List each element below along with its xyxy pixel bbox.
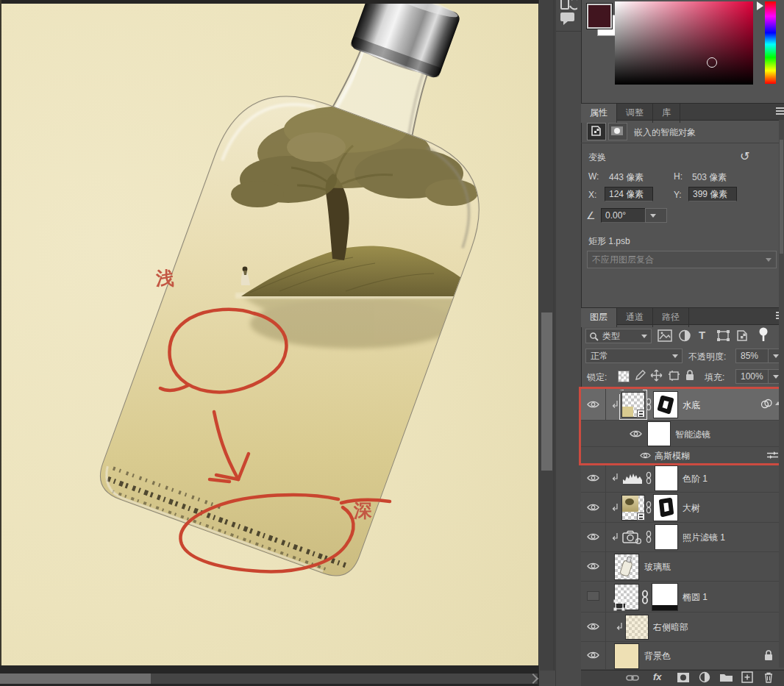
- tab-properties[interactable]: 属性: [581, 104, 617, 123]
- smart-filters-row[interactable]: 智能滤镜: [581, 420, 784, 447]
- layer-row-right-shadow[interactable]: 右侧暗部: [581, 612, 784, 642]
- new-adjustment-layer-icon[interactable]: [699, 671, 710, 683]
- layer-row-background-color[interactable]: 背景色: [581, 641, 784, 670]
- filter-type-layers-icon[interactable]: T: [699, 329, 705, 341]
- eye-icon: [587, 503, 599, 512]
- gaussian-blur-row[interactable]: 高斯模糊: [581, 446, 784, 465]
- document-canvas[interactable]: 浅 深: [0, 0, 538, 686]
- eye-icon[interactable]: [630, 429, 642, 438]
- chevron-down-icon: [766, 258, 771, 262]
- color-field-cursor[interactable]: [707, 57, 717, 68]
- chevron-down-icon: [672, 354, 678, 358]
- layer-thumbnail[interactable]: [625, 615, 649, 640]
- filter-blending-options-icon[interactable]: [766, 450, 779, 460]
- filter-mask-thumbnail[interactable]: [647, 421, 671, 446]
- smart-object-properties-button[interactable]: [587, 123, 606, 140]
- panel-scrollbar-thumb[interactable]: [780, 140, 783, 254]
- layer-row-bottle[interactable]: 玻璃瓶: [581, 551, 784, 582]
- visibility-toggle[interactable]: [581, 522, 606, 551]
- layer-thumbnail[interactable]: [621, 495, 645, 521]
- new-layer-icon[interactable]: [741, 671, 753, 683]
- link-layers-icon[interactable]: [626, 674, 639, 682]
- tab-adjustments[interactable]: 调整: [617, 104, 653, 123]
- masks-properties-button[interactable]: [608, 123, 627, 140]
- transform-title: 变换: [588, 151, 606, 164]
- visibility-toggle[interactable]: [581, 612, 606, 641]
- blend-mode-dropdown[interactable]: 正常: [585, 349, 683, 363]
- photo-filter-icon[interactable]: [622, 530, 641, 545]
- visibility-toggle[interactable]: [581, 389, 606, 420]
- layer-thumbnail[interactable]: [614, 554, 639, 580]
- layer-thumbnail[interactable]: [621, 392, 645, 418]
- foreground-color-swatch[interactable]: [587, 4, 612, 29]
- vertical-scrollbar-thumb[interactable]: [541, 312, 552, 471]
- comment-panel-icon[interactable]: [559, 11, 577, 26]
- adjustment-mask-thumbnail[interactable]: [655, 465, 678, 491]
- annotation-dark-label: 深: [354, 499, 372, 523]
- filter-smart-objects-icon[interactable]: [735, 329, 749, 342]
- tab-channels[interactable]: 通道: [617, 308, 653, 327]
- history-panel-icon[interactable]: [558, 0, 577, 10]
- layer-row-tree[interactable]: 大树: [581, 492, 784, 523]
- lock-all-icon[interactable]: [685, 369, 695, 382]
- layer-thumbnail[interactable]: [614, 584, 639, 610]
- layer-filter-type-dropdown[interactable]: 类型: [585, 329, 652, 343]
- layer-name: 照片滤镜 1: [683, 532, 725, 544]
- y-input[interactable]: 399 像素: [688, 187, 737, 201]
- bottle-artwork: [0, 0, 538, 665]
- hue-slider-marker[interactable]: [757, 1, 763, 10]
- layer-row-levels[interactable]: 色阶 1: [581, 464, 784, 493]
- visibility-toggle[interactable]: [581, 551, 606, 581]
- adjustment-mask-thumbnail[interactable]: [655, 524, 678, 550]
- horizontal-scrollbar-thumb[interactable]: [0, 674, 151, 684]
- canvas-left-edge: [0, 0, 1, 665]
- hue-slider[interactable]: [765, 1, 776, 84]
- layer-mask-thumbnail[interactable]: [653, 494, 678, 521]
- layer-row-photo-filter[interactable]: 照片滤镜 1: [581, 522, 784, 552]
- lock-transparency-icon[interactable]: [618, 371, 630, 382]
- x-input[interactable]: 124 像素: [605, 187, 653, 201]
- tab-paths[interactable]: 路径: [653, 308, 689, 327]
- lock-pixels-icon[interactable]: [634, 369, 646, 382]
- lock-position-icon[interactable]: [650, 369, 663, 382]
- visibility-toggle[interactable]: [581, 581, 606, 612]
- filter-pixel-layers-icon[interactable]: [658, 329, 672, 342]
- link-icon: [641, 590, 649, 604]
- eye-icon: [587, 474, 599, 482]
- layer-mask-thumbnail[interactable]: [653, 391, 678, 418]
- layer-mask-thumbnail[interactable]: [652, 583, 678, 611]
- filter-toggle-icon[interactable]: [758, 326, 769, 343]
- layer-style-fx-icon[interactable]: fx: [653, 671, 662, 682]
- filter-shape-layers-icon[interactable]: [716, 329, 730, 342]
- visibility-toggle[interactable]: [581, 492, 606, 522]
- visibility-toggle[interactable]: [581, 641, 606, 669]
- eye-icon: [587, 532, 599, 541]
- eye-icon: [587, 651, 599, 660]
- panel-menu-icon[interactable]: [776, 107, 784, 115]
- new-group-icon[interactable]: [719, 672, 733, 683]
- layer-name: 右侧暗部: [653, 621, 688, 634]
- layer-row-ellipse[interactable]: 椭圆 1: [581, 581, 784, 612]
- eye-icon: [587, 400, 599, 409]
- filter-adjustment-layers-icon[interactable]: [678, 329, 691, 342]
- canvas-top-edge: [0, 0, 538, 4]
- opacity-label: 不透明度:: [688, 351, 726, 363]
- color-field[interactable]: [615, 1, 753, 85]
- reset-transform-icon[interactable]: ↺: [740, 149, 749, 163]
- visibility-toggle[interactable]: [581, 464, 606, 492]
- properties-tabbar: 属性调整库: [581, 103, 784, 121]
- delete-layer-icon[interactable]: [763, 671, 774, 683]
- angle-input[interactable]: 0.00°: [601, 208, 651, 223]
- layer-row-shuidi[interactable]: 水底: [581, 389, 784, 421]
- layer-name: 椭圆 1: [683, 591, 708, 604]
- angle-dropdown[interactable]: [645, 208, 667, 223]
- eye-icon[interactable]: [640, 451, 651, 460]
- tab-layers[interactable]: 图层: [581, 308, 617, 327]
- levels-adjustment-icon[interactable]: [622, 472, 643, 485]
- lock-artboard-icon[interactable]: [668, 370, 680, 382]
- layer-comp-dropdown[interactable]: 不应用图层复合: [587, 251, 777, 268]
- smart-filter-icon[interactable]: [760, 399, 773, 410]
- layer-thumbnail[interactable]: [614, 643, 639, 669]
- tab-libraries[interactable]: 库: [653, 104, 680, 123]
- add-mask-icon[interactable]: [677, 672, 690, 683]
